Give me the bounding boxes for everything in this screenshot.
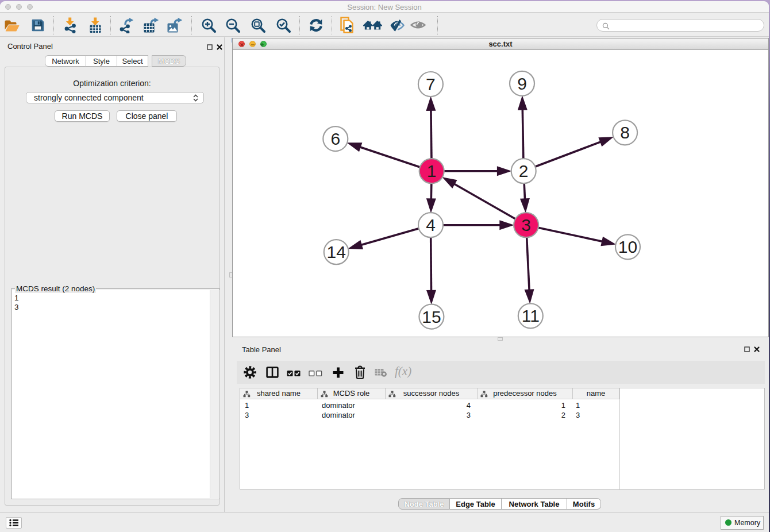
svg-text:14: 14 [327,242,346,261]
svg-text:15: 15 [422,307,441,326]
svg-text:11: 11 [522,306,540,325]
svg-text:3: 3 [521,215,531,234]
svg-text:6: 6 [330,129,340,148]
svg-text:9: 9 [517,74,527,93]
svg-text:8: 8 [620,123,630,142]
svg-text:1: 1 [427,161,437,180]
svg-text:7: 7 [426,75,436,94]
svg-text:10: 10 [618,237,637,256]
svg-text:2: 2 [519,161,529,180]
svg-text:4: 4 [426,215,436,234]
